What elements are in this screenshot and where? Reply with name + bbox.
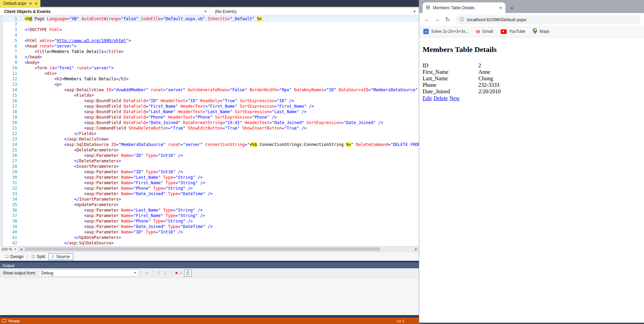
code-line[interactable]: 18 <asp:BoundField DataField="Last_Name"… bbox=[0, 109, 419, 114]
next-message-icon[interactable]: ↧ bbox=[162, 270, 168, 275]
code-line[interactable]: 11 <div> bbox=[0, 71, 419, 76]
bookmark-youtube[interactable]: YouTube bbox=[501, 29, 525, 34]
browser-tab[interactable]: Members Table Details ✕ bbox=[423, 2, 505, 13]
code-line[interactable]: 9<body> bbox=[0, 60, 419, 65]
line-number: 9 bbox=[0, 60, 17, 65]
code-line[interactable]: 31 <asp:Parameter Name="First_Name" Type… bbox=[0, 180, 419, 186]
code-line[interactable]: 13 <p> bbox=[0, 82, 419, 87]
code-line[interactable]: 33 <asp:Parameter Name="Date_Joined" Typ… bbox=[0, 191, 419, 197]
chevron-down-icon[interactable]: ▼ bbox=[14, 248, 17, 251]
pin-icon[interactable] bbox=[29, 2, 32, 5]
code-line[interactable]: 3<!DOCTYPE html> bbox=[0, 27, 419, 32]
code-line[interactable]: 2 bbox=[0, 22, 419, 27]
back-icon[interactable]: ← bbox=[423, 16, 432, 23]
browser-tab-title: Members Table Details bbox=[433, 5, 496, 10]
scroll-right-icon[interactable]: ▶ bbox=[414, 246, 419, 252]
bookmark-math-solver[interactable]: √x Solve 2x-2/x+3+3x... bbox=[423, 29, 468, 34]
output-toolbar: Show output from: Debug ▼ ↩ ↥ ↧ ✕ ≡ abc⏎ bbox=[0, 268, 419, 278]
chevron-down-icon[interactable]: ▼ bbox=[410, 10, 419, 13]
delete-link[interactable]: Delete bbox=[434, 95, 448, 101]
code-line[interactable]: 30 <asp:Parameter Name="Last_Name" Type=… bbox=[0, 175, 419, 180]
source-view-button[interactable]: ⟨⟩ Source bbox=[48, 253, 73, 260]
field-value: 2 bbox=[478, 62, 481, 69]
code-line[interactable]: 40 <asp:Parameter Name="ID" Type="Int16"… bbox=[0, 229, 419, 235]
code-line[interactable]: 37 <asp:Parameter Name="First_Name" Type… bbox=[0, 213, 419, 218]
code-line[interactable]: 39 <asp:Parameter Name="Date_Joined" Typ… bbox=[0, 224, 419, 229]
code-line[interactable]: 36 <asp:Parameter Name="Last_Name" Type=… bbox=[0, 207, 419, 213]
forward-icon[interactable]: → bbox=[433, 16, 442, 23]
code-line[interactable]: 26 <asp:Parameter Name="ID" Type="Int16"… bbox=[0, 153, 419, 158]
scrollbar-thumb[interactable] bbox=[25, 247, 380, 251]
editor-zoom-dropdown[interactable]: 100 % ▼ bbox=[0, 246, 18, 252]
table-row: First_NameAnne bbox=[423, 69, 641, 75]
code-line[interactable]: 17 <asp:BoundField DataField="First_Name… bbox=[0, 104, 419, 109]
code-line[interactable]: 25 <DeleteParameters> bbox=[0, 147, 419, 153]
code-editor[interactable]: 1<%@ Page Language="VB" AutoEventWireup=… bbox=[0, 15, 419, 246]
code-line[interactable]: 10 <form id="form1" runat="server"> bbox=[0, 65, 419, 71]
address-bar[interactable]: ⓘ localhost:62096/Default.aspx bbox=[455, 15, 641, 24]
code-line[interactable]: 41 </UpdateParameters> bbox=[0, 235, 419, 240]
design-view-icon: ❏ bbox=[5, 254, 9, 259]
chevron-down-icon[interactable]: ▼ bbox=[133, 271, 138, 274]
code-line[interactable]: 38 <asp:Parameter Name="Phone" Type="Str… bbox=[0, 218, 419, 224]
code-line[interactable]: 7 <title>Members Table Details</title> bbox=[0, 49, 419, 54]
close-tab-icon[interactable]: ✕ bbox=[35, 2, 38, 5]
bookmark-label: Solve 2x-2/x+3+3x... bbox=[431, 29, 468, 34]
code-line[interactable]: 14 <asp:DetailsView ID="dvwAddMember" ru… bbox=[0, 87, 419, 93]
word-wrap-toggle-icon[interactable]: abc⏎ bbox=[184, 270, 192, 276]
line-number: 2 bbox=[0, 22, 17, 27]
scrollbar-track[interactable] bbox=[24, 246, 414, 252]
code-line[interactable]: 35 <UpdateParameters> bbox=[0, 202, 419, 207]
code-line[interactable]: 42 </asp:SqlDataSource> bbox=[0, 240, 419, 246]
code-line[interactable]: 5<html xmlns="http://www.w3.org/1999/xht… bbox=[0, 38, 419, 43]
line-number: 42 bbox=[0, 240, 17, 246]
events-dropdown-value: (No Events) bbox=[215, 9, 236, 14]
document-tab-default-aspx[interactable]: Default.aspx ✕ bbox=[0, 0, 40, 7]
screen: Default.aspx ✕ Client Objects & Events ▼… bbox=[0, 0, 644, 324]
close-tab-icon[interactable]: ✕ bbox=[499, 5, 502, 10]
code-line[interactable]: 4 bbox=[0, 32, 419, 38]
code-line[interactable]: 12 <h2>Members Table Details</h2> bbox=[0, 76, 419, 82]
events-dropdown[interactable]: (No Events) ▼ bbox=[210, 8, 419, 15]
reload-icon[interactable]: ↻ bbox=[443, 16, 452, 23]
code-line[interactable]: 15 <Fields> bbox=[0, 93, 419, 98]
code-line[interactable]: 27 </DeleteParameters> bbox=[0, 158, 419, 164]
code-line[interactable]: 34 </InsertParameters> bbox=[0, 197, 419, 202]
design-view-button[interactable]: ❏ Design bbox=[2, 254, 27, 260]
new-tab-icon[interactable]: + bbox=[505, 5, 514, 13]
code-line[interactable]: 22 </Fields> bbox=[0, 131, 419, 136]
code-line[interactable]: 28 <InsertParameters> bbox=[0, 164, 419, 169]
line-number: 25 bbox=[0, 147, 17, 153]
code-line[interactable]: 1<%@ Page Language="VB" AutoEventWireup=… bbox=[0, 16, 419, 22]
code-line[interactable]: 21 <asp:CommandField ShowDeleteButton="T… bbox=[0, 125, 419, 131]
code-line[interactable]: 23 </asp:DetailsView> bbox=[0, 136, 419, 142]
output-content[interactable] bbox=[0, 278, 419, 315]
bookmark-gmail[interactable]: M Gmail bbox=[476, 29, 493, 34]
code-line[interactable]: 24 <asp:SqlDataSource ID="MembersDataSou… bbox=[0, 142, 419, 147]
goto-message-icon[interactable]: ↩ bbox=[144, 270, 150, 275]
line-number: 24 bbox=[0, 142, 17, 147]
code-line[interactable]: 20 <asp:BoundField DataField="Date_Joine… bbox=[0, 120, 419, 125]
line-number: 26 bbox=[0, 153, 17, 158]
code-line[interactable]: 32 <asp:Parameter Name="Phone" Type="Str… bbox=[0, 186, 419, 191]
chevron-down-icon[interactable]: ▼ bbox=[201, 10, 210, 13]
objects-dropdown[interactable]: Client Objects & Events ▼ bbox=[0, 8, 210, 15]
output-source-dropdown[interactable]: Debug ▼ bbox=[39, 270, 139, 276]
code-line[interactable]: 29 <asp:Parameter Name="ID" Type="Int16"… bbox=[0, 169, 419, 175]
previous-message-icon[interactable]: ↥ bbox=[155, 270, 162, 275]
code-line[interactable]: 6<head runat="server"> bbox=[0, 43, 419, 49]
editor-horizontal-scrollbar[interactable]: 100 % ▼ ◀ ▶ bbox=[0, 246, 419, 252]
code-line[interactable]: 8</head> bbox=[0, 54, 419, 60]
line-number: 22 bbox=[0, 131, 17, 136]
bookmark-maps[interactable]: Maps bbox=[533, 28, 550, 35]
page-info-icon[interactable]: ⓘ bbox=[460, 16, 464, 23]
split-view-button[interactable]: ◫ Split bbox=[28, 254, 48, 260]
code-line[interactable]: 19 <asp:BoundField DataField="Phone" Hea… bbox=[0, 114, 419, 120]
window-bottom-edge bbox=[419, 323, 644, 324]
scroll-left-icon[interactable]: ◀ bbox=[18, 246, 24, 252]
bookmark-label: Maps bbox=[540, 29, 550, 34]
edit-link[interactable]: Edit bbox=[423, 95, 432, 101]
web-page: Members Table Details ID2First_NameAnneL… bbox=[419, 37, 644, 323]
code-line[interactable]: 16 <asp:BoundField DataField="ID" Header… bbox=[0, 98, 419, 104]
new-link[interactable]: New bbox=[449, 95, 460, 101]
